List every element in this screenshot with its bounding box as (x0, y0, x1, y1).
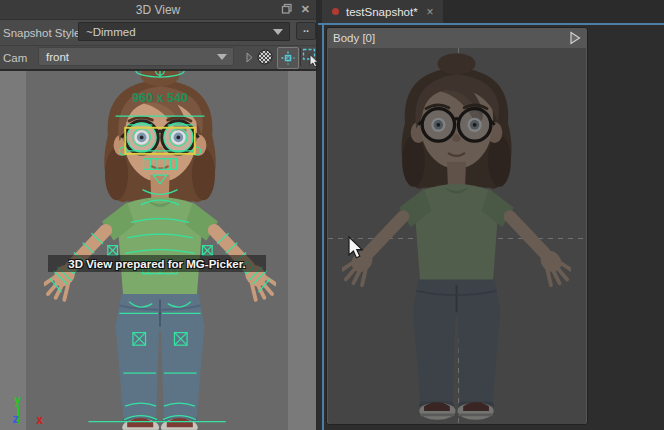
snapshot-panel: testSnapshot* × Body [0] (318, 0, 664, 430)
3d-viewport[interactable]: 960 x 540 3D View prepared for MG-Picker… (0, 71, 316, 430)
tab-test-snapshot[interactable]: testSnapshot* × (322, 0, 443, 23)
focus-border-top (318, 23, 664, 25)
restore-window-icon[interactable] (281, 3, 293, 15)
snapshot-header[interactable]: Body [0] (327, 28, 587, 48)
play-expand-icon[interactable] (569, 31, 581, 45)
3d-view-titlebar[interactable]: 3D View ✕ (0, 0, 316, 20)
panel-title: 3D View (136, 3, 180, 17)
snapshot-style-row: Snapshot Style ~Dimmed .. (0, 20, 316, 46)
shaded-sphere-icon[interactable] (256, 48, 274, 66)
resolution-gate-margin-right (288, 71, 316, 430)
axis-x-label: x (36, 413, 43, 427)
focus-border-left (322, 25, 324, 430)
close-panel-icon[interactable]: ✕ (301, 2, 310, 16)
tab-close-icon[interactable]: × (427, 5, 434, 19)
snapshot-viewport[interactable] (328, 48, 586, 424)
toolbar-separator (300, 48, 301, 66)
axis-z-label: z (12, 412, 19, 426)
3d-view-panel: 3D View ✕ Snapshot Style ~Dimmed .. Cam … (0, 0, 318, 430)
axis-gizmo: y z x (6, 393, 62, 427)
camera-dropdown[interactable]: front (38, 47, 234, 66)
snapshot-style-dropdown[interactable]: ~Dimmed (78, 22, 290, 41)
rigged-character: 960 x 540 (44, 71, 276, 430)
resolution-gate-icon[interactable] (277, 47, 299, 69)
chevron-down-icon (217, 54, 227, 60)
tab-bar: testSnapshot* × (318, 0, 664, 23)
marquee-select-icon[interactable] (302, 47, 319, 67)
resolution-gate-label: 960 x 540 (132, 91, 188, 105)
snapshot-title: Body [0] (333, 32, 375, 44)
resolution-gate-margin-left (0, 71, 26, 430)
axis-y-label: y (14, 393, 21, 407)
mouse-cursor (348, 236, 364, 259)
dimmed-character (342, 52, 571, 420)
cam-label: Cam (3, 52, 27, 64)
camera-row: Cam front (0, 46, 316, 71)
app-window: 3D View ✕ Snapshot Style ~Dimmed .. Cam … (0, 0, 664, 430)
expand-arrow-icon[interactable] (246, 52, 253, 63)
snapshot-style-label: Snapshot Style (3, 27, 80, 39)
chevron-down-icon (273, 29, 283, 35)
unsaved-dot-icon (332, 8, 339, 15)
snapshot-style-more-button[interactable]: .. (296, 22, 316, 40)
mg-picker-overlay: 3D View prepared for MG-Picker. (48, 255, 266, 272)
snapshot-widget: Body [0] (326, 27, 588, 425)
